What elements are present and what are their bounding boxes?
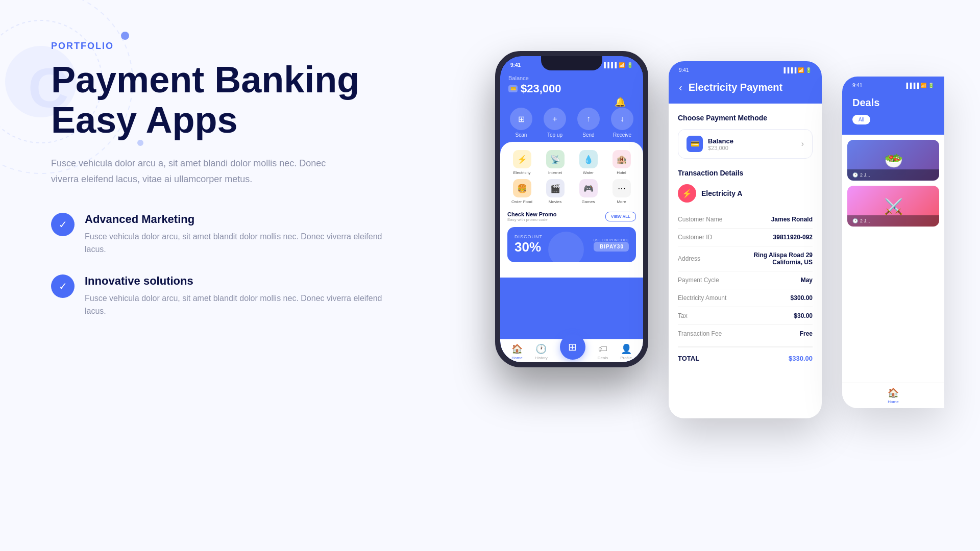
nav-scan-center[interactable]: ⊞: [560, 344, 585, 360]
balance-info: 💳 Balance $23,000: [687, 136, 733, 152]
promo-title: Check New Promo: [507, 211, 557, 217]
back-button[interactable]: ‹: [679, 82, 682, 93]
detail-value-customer-name: James Ronald: [771, 216, 813, 223]
feature-title-1: Advanced Marketing: [85, 213, 398, 226]
detail-label-transaction-fee: Transaction Fee: [678, 330, 722, 337]
nav-history[interactable]: 🕐 History: [535, 343, 548, 360]
nav-deals-label: Deals: [598, 356, 608, 360]
detail-value-transaction-fee: Free: [800, 330, 813, 337]
main-title: Payment Banking Easy Apps: [51, 60, 398, 140]
orderfood-label: Order Food: [511, 199, 532, 204]
service-electricity[interactable]: ⚡ Electricity: [507, 150, 536, 175]
detail-label-payment-cycle: Payment Cycle: [678, 277, 719, 284]
deals-header: 9:41 ▐▐▐▐ 📶 🔋 Deals All: [842, 77, 944, 135]
status-time: 9:41: [510, 62, 521, 68]
detail-customer-name: Customer Name James Ronald: [678, 211, 813, 229]
deal-card-2[interactable]: ⚔️ 🕐2 J...: [847, 186, 939, 227]
deals-status-time: 9:41: [852, 83, 862, 88]
orderfood-icon: 🍔: [513, 179, 531, 197]
scan-icon: ⊞: [510, 108, 532, 130]
service-internet[interactable]: 📡 Internet: [541, 150, 570, 175]
water-label: Water: [583, 170, 594, 175]
home-icon: 🏠: [511, 343, 523, 355]
description-text: Fusce vehicula dolor arcu a, sit amet bl…: [51, 156, 337, 187]
deals-home-icon: 🏠: [888, 387, 899, 398]
deals-nav-home[interactable]: 🏠 Home: [888, 387, 899, 404]
bell-icon[interactable]: 🔔: [615, 96, 626, 108]
svg-point-3: [121, 32, 129, 40]
profile-icon: 👤: [621, 343, 632, 355]
deal-image-icon-1: 🥗: [884, 152, 903, 169]
nav-profile[interactable]: 👤 Profile: [620, 343, 632, 360]
detail-label-address: Address: [678, 255, 700, 262]
deal-time-2: 🕐2 J...: [852, 218, 934, 223]
coupon-code: BIPAY30: [594, 242, 629, 252]
detail-tax: Tax $30.00: [678, 307, 813, 325]
detail-value-payment-cycle: May: [801, 277, 813, 284]
services-grid: ⚡ Electricity 📡 Internet 💧 Water 🏨 Hotel: [507, 150, 636, 204]
portfolio-label: PORTFOLIO: [51, 41, 398, 52]
detail-value-customer-id: 39811920-092: [773, 234, 813, 241]
topup-icon: ＋: [544, 108, 566, 130]
deals-tab-all[interactable]: All: [852, 115, 870, 124]
service-more[interactable]: ⋯ More: [607, 179, 636, 204]
send-icon: ↑: [577, 108, 600, 130]
electricity-provider-icon: ⚡: [678, 184, 696, 203]
detail-label-customer-id: Customer ID: [678, 234, 712, 241]
transaction-details-list: Customer Name James Ronald Customer ID 3…: [678, 211, 813, 342]
service-water[interactable]: 💧 Water: [574, 150, 603, 175]
checkmark-icon-2: ✓: [51, 274, 75, 298]
detail-transaction-fee: Transaction Fee Free: [678, 325, 813, 342]
choose-method-heading: Choose Payment Methode: [678, 114, 813, 122]
payment-status-time: 9:41: [679, 67, 689, 73]
balance-icon: 💳: [687, 136, 703, 152]
deals-icon: 🏷: [598, 344, 607, 355]
feature-desc-2: Fusce vehicula dolor arcu, sit amet blan…: [85, 292, 398, 318]
nav-home-label: Home: [511, 356, 522, 360]
service-games[interactable]: 🎮 Games: [574, 179, 603, 204]
total-label: TOTAL: [678, 355, 699, 362]
service-hotel[interactable]: 🏨 Hotel: [607, 150, 636, 175]
deal-card-1[interactable]: 🥗 🕐2 J...: [847, 140, 939, 181]
send-action[interactable]: ↑ Send: [577, 108, 600, 138]
receive-action[interactable]: ↓ Receive: [611, 108, 633, 138]
nav-deals[interactable]: 🏷 Deals: [598, 344, 608, 360]
discount-banner: DISCOUNT 30% USE COUPON CODE BIPAY30: [507, 227, 636, 262]
payment-body: Choose Payment Methode 💳 Balance $23,000…: [669, 104, 822, 410]
payment-method-card[interactable]: 💳 Balance $23,000 ›: [678, 129, 813, 159]
phone-notch: [541, 56, 602, 70]
electricity-label: Electricity: [513, 170, 530, 175]
status-icons: ▐▐▐▐ 📶 🔋: [602, 62, 633, 68]
detail-label-tax: Tax: [678, 312, 688, 319]
send-label: Send: [582, 132, 594, 138]
nav-profile-label: Profile: [620, 356, 632, 360]
internet-label: Internet: [548, 170, 562, 175]
detail-label-electricity-amount: Electricity Amount: [678, 294, 726, 302]
nav-home[interactable]: 🏠 Home: [511, 343, 523, 360]
feature-advanced-marketing: ✓ Advanced Marketing Fusce vehicula dolo…: [51, 213, 398, 256]
deal-image-icon-2: ⚔️: [884, 197, 903, 215]
balance-section: Balance 💳 $23,000 🔔: [500, 71, 643, 102]
feature-innovative-solutions: ✓ Innovative solutions Fusce vehicula do…: [51, 274, 398, 318]
scan-action[interactable]: ⊞ Scan: [510, 108, 532, 138]
games-icon: 🎮: [579, 179, 598, 197]
payment-title: Electricity Payment: [689, 82, 783, 93]
view-all-button[interactable]: VIEW ALL: [605, 212, 636, 221]
deal-overlay-1: 🕐2 J...: [847, 169, 939, 181]
chevron-right-icon: ›: [801, 139, 804, 148]
transaction-heading: Transaction Details: [678, 169, 813, 177]
discount-amount: 30%: [514, 239, 543, 255]
deal-overlay-2: 🕐2 J...: [847, 215, 939, 227]
deal-time-1: 🕐2 J...: [852, 172, 934, 178]
history-icon: 🕐: [535, 343, 547, 355]
detail-value-electricity-amount: $300.00: [791, 294, 813, 302]
receive-icon: ↓: [611, 108, 633, 130]
service-movies[interactable]: 🎬 Movies: [541, 179, 570, 204]
topup-action[interactable]: ＋ Top up: [544, 108, 566, 138]
phone-screen: 9:41 ▐▐▐▐ 📶 🔋 Balance 💳 $23,000 🔔: [500, 56, 643, 362]
payment-header: 9:41 ▐▐▐▐ 📶 🔋 ‹ Electricity Payment: [669, 61, 822, 104]
scan-center-icon: ⊞: [560, 334, 585, 360]
balance-label: Balance: [508, 75, 635, 81]
checkmark-icon: ✓: [51, 213, 75, 236]
service-orderfood[interactable]: 🍔 Order Food: [507, 179, 536, 204]
